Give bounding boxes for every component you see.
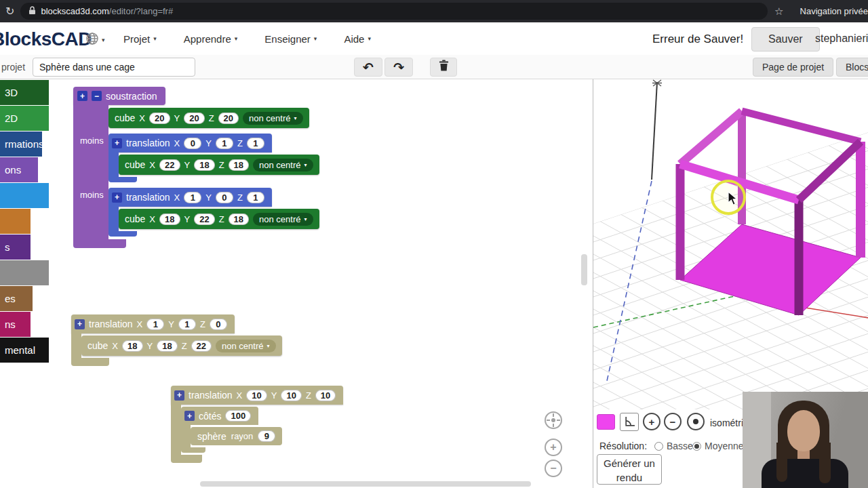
undo-button[interactable]: ↶ bbox=[354, 58, 382, 77]
vertical-scrollbar[interactable] bbox=[581, 254, 587, 285]
person-body bbox=[762, 459, 848, 488]
menu-aide[interactable]: Aide▾ bbox=[344, 33, 371, 45]
sides-block-disabled[interactable]: + côtés 100 sphère rayon 9 bbox=[181, 407, 282, 453]
translate-z-field[interactable]: 10 bbox=[315, 390, 336, 401]
cube-y-field[interactable]: 18 bbox=[194, 159, 214, 171]
cube-x-field[interactable]: 20 bbox=[149, 113, 170, 124]
category-experimental[interactable]: mental bbox=[0, 338, 49, 363]
address-bar[interactable]: blockscad3d.com/editor/?lang=fr# bbox=[20, 3, 768, 20]
expand-button[interactable]: + bbox=[184, 411, 195, 421]
blocks-tab-button[interactable]: Blocs bbox=[836, 58, 868, 77]
block-foot bbox=[108, 231, 137, 237]
expand-button[interactable]: + bbox=[174, 390, 184, 401]
expand-button[interactable]: + bbox=[112, 192, 122, 203]
cube-block[interactable]: cube X22 Y18 Z18 non centré▾ bbox=[119, 155, 319, 175]
project-page-button[interactable]: Page de projet bbox=[753, 58, 833, 77]
view-reset-button[interactable] bbox=[687, 413, 705, 430]
translate-sphere-group-disabled[interactable]: + translation X10 Y10 Z10 + côtés 100 bbox=[171, 386, 343, 463]
resolution-radio[interactable] bbox=[692, 442, 701, 451]
viewport-zoom-in-button[interactable]: + bbox=[643, 413, 660, 430]
blockly-workspace[interactable]: 3D 2D rmations ons s es ns mental + − so… bbox=[0, 79, 593, 488]
translate-block[interactable]: + translation X0 Y1 Z1 cube X22 Y18 Z18 bbox=[108, 134, 319, 182]
translate-x-field[interactable]: 10 bbox=[246, 390, 267, 401]
translate-y-field[interactable]: 0 bbox=[216, 192, 233, 203]
horizontal-scrollbar[interactable] bbox=[200, 481, 531, 487]
translate-block[interactable]: + translation X1 Y0 Z1 cube X18 Y22 Z18 bbox=[108, 188, 319, 237]
category-transformations[interactable]: rmations bbox=[0, 131, 42, 157]
project-name-input[interactable] bbox=[33, 58, 195, 77]
category-functions[interactable]: ns bbox=[0, 312, 31, 337]
zoom-out-button[interactable]: − bbox=[545, 460, 562, 477]
cube-y-field[interactable]: 18 bbox=[157, 340, 177, 352]
project-toolbar: projet ↶ ↷ Page de projet Blocs bbox=[0, 55, 868, 79]
expand-button[interactable]: + bbox=[75, 319, 85, 329]
cube-x-field[interactable]: 18 bbox=[122, 340, 142, 352]
bookmark-star-icon[interactable]: ☆ bbox=[774, 5, 783, 18]
menu-apprendre[interactable]: Apprendre▾ bbox=[184, 33, 238, 45]
cube-block-disabled[interactable]: cube X18 Y18 Z22 non centré▾ bbox=[81, 336, 282, 356]
cube-x-field[interactable]: 18 bbox=[159, 214, 180, 225]
centered-dropdown[interactable]: non centré▾ bbox=[253, 213, 313, 226]
resolution-option-label[interactable]: Basse bbox=[667, 441, 693, 451]
category-2d-shapes[interactable]: 2D bbox=[0, 106, 49, 131]
axes-toggle-button[interactable] bbox=[620, 413, 639, 431]
sphere-block-disabled[interactable]: sphère rayon 9 bbox=[191, 427, 282, 445]
translate-z-field[interactable]: 0 bbox=[210, 319, 227, 330]
block-spine bbox=[108, 207, 119, 231]
menu-projet[interactable]: Projet▾ bbox=[123, 33, 157, 45]
cube-z-field[interactable]: 18 bbox=[229, 159, 249, 171]
translate-x-field[interactable]: 1 bbox=[184, 192, 201, 203]
color-swatch[interactable] bbox=[597, 414, 615, 430]
translate-z-field[interactable]: 1 bbox=[247, 138, 264, 149]
translate-y-field[interactable]: 10 bbox=[281, 390, 301, 401]
category-text[interactable] bbox=[0, 260, 49, 285]
resolution-label: Résolution: bbox=[599, 441, 647, 451]
centered-dropdown[interactable]: non centré▾ bbox=[243, 112, 302, 125]
radius-field[interactable]: 9 bbox=[258, 430, 275, 442]
redo-button[interactable]: ↷ bbox=[384, 58, 413, 77]
cube-z-field[interactable]: 20 bbox=[218, 113, 239, 124]
zoom-in-button[interactable]: + bbox=[545, 439, 562, 456]
menu-enseigner[interactable]: Enseigner▾ bbox=[264, 33, 317, 45]
resolution-radio[interactable] bbox=[654, 442, 663, 451]
cube-z-field[interactable]: 22 bbox=[191, 340, 212, 352]
expand-button[interactable]: + bbox=[112, 138, 122, 148]
block-label: sphère bbox=[197, 431, 226, 442]
category-logic[interactable] bbox=[0, 209, 31, 234]
username-text[interactable]: stephanierie bbox=[815, 33, 868, 45]
viewport-zoom-out-button[interactable]: − bbox=[664, 413, 682, 430]
cage-model[interactable] bbox=[680, 111, 861, 315]
delete-all-button[interactable] bbox=[430, 58, 457, 77]
save-button[interactable]: Sauver bbox=[751, 27, 820, 52]
resolution-option-label[interactable]: Moyenne bbox=[705, 441, 744, 451]
translate-x-field[interactable]: 0 bbox=[184, 138, 201, 149]
cube-y-field[interactable]: 22 bbox=[194, 214, 214, 225]
generate-render-button[interactable]: Générer un rendu bbox=[597, 454, 662, 485]
translate-block-disabled[interactable]: + translation X1 Y1 Z0 cube X18 Y18 Z22 … bbox=[71, 314, 282, 366]
category-variables[interactable]: es bbox=[0, 286, 33, 311]
category-math[interactable] bbox=[0, 183, 49, 208]
difference-block[interactable]: + − soustraction cube X20 Y20 Z20 non ce… bbox=[73, 87, 319, 248]
cube-block[interactable]: cube X18 Y22 Z18 non centré▾ bbox=[119, 209, 319, 229]
category-3d-shapes[interactable]: 3D bbox=[0, 80, 49, 105]
centered-dropdown[interactable]: non centré▾ bbox=[216, 340, 275, 352]
translate-y-field[interactable]: 1 bbox=[178, 319, 196, 330]
expand-button[interactable]: + bbox=[77, 91, 87, 101]
app-logo[interactable]: BlocksCAD bbox=[0, 28, 92, 50]
category-set-operations[interactable]: ons bbox=[0, 157, 38, 182]
translate-z-field[interactable]: 1 bbox=[247, 192, 264, 203]
zoom-reset-button[interactable] bbox=[545, 411, 562, 429]
minus-icon: − bbox=[670, 416, 676, 428]
cube-x-field[interactable]: 22 bbox=[159, 159, 180, 171]
collapse-button[interactable]: − bbox=[92, 91, 102, 101]
translate-x-field[interactable]: 1 bbox=[146, 319, 164, 330]
category-loops[interactable]: s bbox=[0, 235, 31, 260]
language-globe-button[interactable]: ▾ bbox=[85, 32, 105, 48]
sides-field[interactable]: 100 bbox=[225, 410, 251, 422]
centered-dropdown[interactable]: non centré▾ bbox=[253, 159, 313, 171]
cube-y-field[interactable]: 20 bbox=[184, 113, 204, 124]
cube-z-field[interactable]: 18 bbox=[229, 214, 249, 225]
translate-y-field[interactable]: 1 bbox=[216, 138, 233, 149]
cube-block[interactable]: cube X20 Y20 Z20 non centré▾ bbox=[108, 108, 309, 128]
reload-icon[interactable]: ↻ bbox=[5, 5, 14, 18]
